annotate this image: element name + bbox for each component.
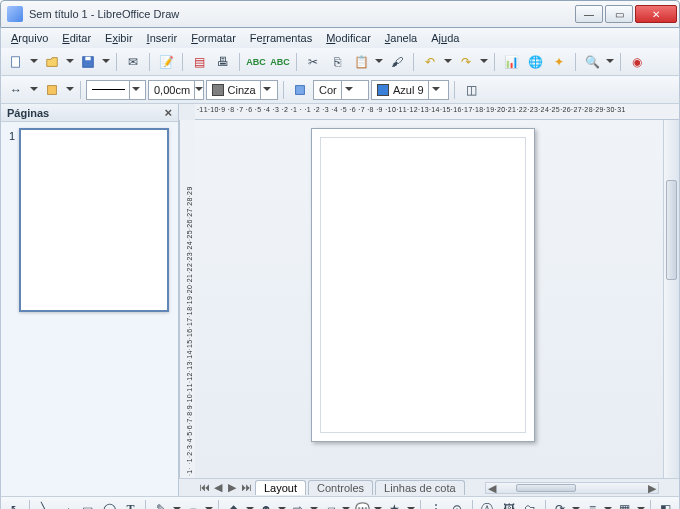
- align-tool[interactable]: ≡: [583, 498, 602, 509]
- curve-tool[interactable]: ✎: [151, 498, 170, 509]
- callout-tool[interactable]: 💬: [353, 498, 372, 509]
- pages-thumbnails[interactable]: 1: [1, 122, 178, 496]
- tab-linhas-de-cota[interactable]: Linhas de cota: [375, 480, 465, 495]
- glue-tool[interactable]: ⊙: [447, 498, 466, 509]
- tab-controles[interactable]: Controles: [308, 480, 373, 495]
- flowchart-tool[interactable]: ▱: [321, 498, 340, 509]
- ellipse-tool[interactable]: ◯: [100, 498, 119, 509]
- fill-type-combo[interactable]: Cor: [313, 80, 369, 100]
- block-arrows-tool[interactable]: ⇨: [289, 498, 308, 509]
- menu-arquivo[interactable]: AArquivorquivo: [5, 30, 54, 46]
- pages-panel-close-icon[interactable]: ×: [164, 105, 172, 120]
- symbol-shapes-tool[interactable]: ☻: [256, 498, 275, 509]
- extrusion-tool[interactable]: ◧: [656, 498, 675, 509]
- curve-dropdown[interactable]: [173, 498, 182, 509]
- arrow-tool[interactable]: →: [57, 498, 76, 509]
- save-dropdown[interactable]: [101, 51, 111, 73]
- close-button[interactable]: ✕: [635, 5, 677, 23]
- nav-next-icon[interactable]: ▶: [225, 481, 239, 494]
- new-button[interactable]: [5, 51, 27, 73]
- rotate-tool[interactable]: ⟳: [551, 498, 570, 509]
- connector-dropdown[interactable]: [205, 498, 214, 509]
- basic-shapes-dropdown[interactable]: [246, 498, 255, 509]
- menu-modificar[interactable]: Modificar: [320, 30, 377, 46]
- line-color-combo[interactable]: Cinza: [206, 80, 278, 100]
- align-dropdown[interactable]: [604, 498, 613, 509]
- page-thumbnail-1[interactable]: [19, 128, 169, 312]
- nav-prev-icon[interactable]: ◀: [211, 481, 225, 494]
- rotate-dropdown[interactable]: [572, 498, 581, 509]
- pdf-button[interactable]: ▤: [188, 51, 210, 73]
- spellcheck-button[interactable]: ABC: [245, 51, 267, 73]
- arrange-dropdown[interactable]: [636, 498, 645, 509]
- shadow-button[interactable]: ◫: [460, 79, 482, 101]
- page[interactable]: [311, 128, 535, 442]
- line-style-button[interactable]: [41, 79, 63, 101]
- autospell-button[interactable]: ABC: [269, 51, 291, 73]
- menu-ajuda[interactable]: Ajuda: [425, 30, 465, 46]
- connector-tool[interactable]: ⌐: [183, 498, 202, 509]
- redo-dropdown[interactable]: [479, 51, 489, 73]
- nav-first-icon[interactable]: ⏮: [197, 481, 211, 494]
- vertical-scrollbar[interactable]: [663, 120, 679, 478]
- navigator-button[interactable]: ✦: [548, 51, 570, 73]
- menu-ferramentas[interactable]: Ferramentas: [244, 30, 318, 46]
- maximize-button[interactable]: ▭: [605, 5, 633, 23]
- undo-button[interactable]: ↶: [419, 51, 441, 73]
- hyperlink-button[interactable]: 🌐: [524, 51, 546, 73]
- menu-janela[interactable]: Janela: [379, 30, 423, 46]
- line-tool[interactable]: ╲: [35, 498, 54, 509]
- arrange-tool[interactable]: ▦: [615, 498, 634, 509]
- stars-tool[interactable]: ★: [385, 498, 404, 509]
- vertical-ruler[interactable]: ·1· ·1·2·3·4·5·6·7·8·9·10·11·12·13·14·15…: [179, 120, 195, 478]
- redo-button[interactable]: ↷: [455, 51, 477, 73]
- flowchart-dropdown[interactable]: [342, 498, 351, 509]
- new-dropdown[interactable]: [29, 51, 39, 73]
- horizontal-ruler[interactable]: ·11·10·9 ·8 ·7 ·6 ·5 ·4 ·3 ·2 ·1 · ·1 ·2…: [195, 104, 679, 120]
- format-paintbrush-button[interactable]: 🖌: [386, 51, 408, 73]
- fill-color-combo[interactable]: Azul 9: [371, 80, 449, 100]
- points-tool[interactable]: ⋮: [426, 498, 445, 509]
- text-tool[interactable]: T: [121, 498, 140, 509]
- area-button[interactable]: [289, 79, 311, 101]
- block-arrows-dropdown[interactable]: [310, 498, 319, 509]
- line-style-dropdown[interactable]: [65, 79, 75, 101]
- menu-editar[interactable]: Editar: [56, 30, 97, 46]
- arrow-style-dropdown[interactable]: [29, 79, 39, 101]
- tab-layout[interactable]: Layout: [255, 480, 306, 495]
- save-button[interactable]: [77, 51, 99, 73]
- paste-button[interactable]: 📋: [350, 51, 372, 73]
- menu-formatar[interactable]: Formatar: [185, 30, 242, 46]
- edit-file-button[interactable]: 📝: [155, 51, 177, 73]
- help-button[interactable]: ◉: [626, 51, 648, 73]
- open-button[interactable]: [41, 51, 63, 73]
- fontwork-tool[interactable]: Ⓐ: [478, 498, 497, 509]
- horizontal-scrollbar[interactable]: ◀ ▶: [485, 482, 659, 494]
- stars-dropdown[interactable]: [406, 498, 415, 509]
- from-file-tool[interactable]: 🖼: [499, 498, 518, 509]
- callout-dropdown[interactable]: [374, 498, 383, 509]
- minimize-button[interactable]: —: [575, 5, 603, 23]
- zoom-dropdown[interactable]: [605, 51, 615, 73]
- arrow-style-button[interactable]: ↔: [5, 79, 27, 101]
- symbol-shapes-dropdown[interactable]: [278, 498, 287, 509]
- open-dropdown[interactable]: [65, 51, 75, 73]
- chart-button[interactable]: 📊: [500, 51, 522, 73]
- undo-dropdown[interactable]: [443, 51, 453, 73]
- nav-last-icon[interactable]: ⏭: [239, 481, 253, 494]
- rectangle-tool[interactable]: ▭: [78, 498, 97, 509]
- menu-inserir[interactable]: Inserir: [141, 30, 184, 46]
- zoom-button[interactable]: 🔍: [581, 51, 603, 73]
- email-button[interactable]: ✉: [122, 51, 144, 73]
- copy-button[interactable]: ⎘: [326, 51, 348, 73]
- paste-dropdown[interactable]: [374, 51, 384, 73]
- select-tool[interactable]: ↖: [5, 498, 24, 509]
- line-width-combo[interactable]: 0,00cm: [148, 80, 204, 100]
- print-preview-button[interactable]: 🖶: [212, 51, 234, 73]
- cut-button[interactable]: ✂: [302, 51, 324, 73]
- menu-exibir[interactable]: Exibir: [99, 30, 139, 46]
- gallery-tool[interactable]: 🗂: [520, 498, 539, 509]
- basic-shapes-tool[interactable]: ◆: [224, 498, 243, 509]
- line-pattern-combo[interactable]: [86, 80, 146, 100]
- drawing-canvas[interactable]: [195, 120, 663, 478]
